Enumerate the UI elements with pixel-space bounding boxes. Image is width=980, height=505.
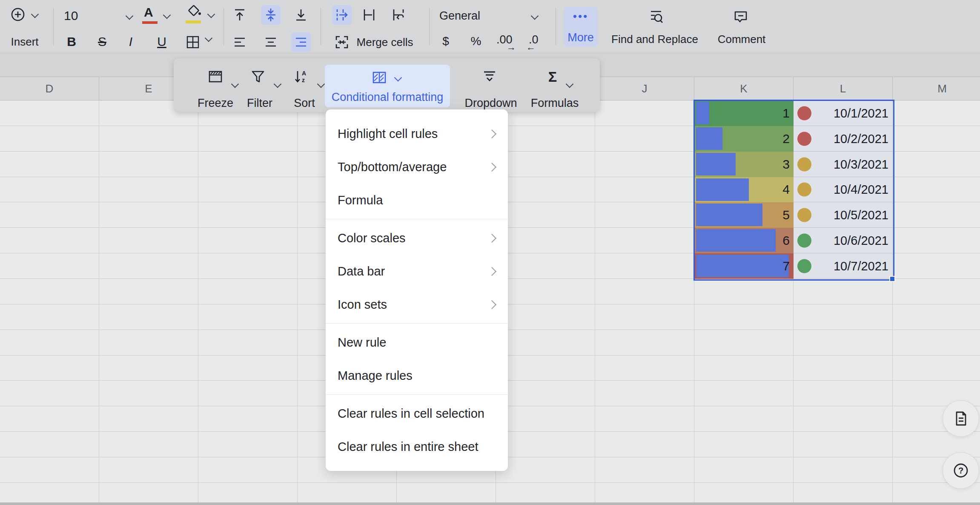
valign-bottom-button[interactable] <box>294 8 308 22</box>
merge-cells-icon <box>335 35 349 49</box>
text-color-chevron-icon <box>163 11 171 19</box>
comment-button[interactable]: Comment <box>712 5 771 49</box>
submenu-chevron-icon <box>487 129 496 138</box>
conditional-formatting-icon <box>372 71 387 84</box>
dropdown-button[interactable]: Dropdown <box>463 65 519 107</box>
fill-color-swatch <box>186 20 201 23</box>
bold-button[interactable]: B <box>67 34 76 49</box>
borders-button[interactable] <box>186 35 200 49</box>
freeze-icon <box>208 69 223 84</box>
freeze-button[interactable]: Freeze <box>191 65 242 107</box>
valign-middle-button[interactable] <box>264 8 278 22</box>
menu-item-label: Color scales <box>338 231 406 245</box>
menu-item-label: Formula <box>338 193 383 207</box>
font-size-value: 10 <box>64 9 78 23</box>
merge-cells-button[interactable]: Merge cells <box>332 32 421 52</box>
doc-info-button[interactable] <box>943 400 979 437</box>
font-size-select[interactable]: 10 <box>60 5 136 26</box>
formulas-sigma-icon: Σ <box>548 69 557 85</box>
submenu-chevron-icon <box>487 267 496 275</box>
menu-item-label: New rule <box>338 336 386 350</box>
italic-button[interactable]: I <box>129 34 132 49</box>
formulas-button[interactable]: Σ Formulas <box>527 65 587 107</box>
number-format-value: General <box>439 9 480 23</box>
menu-item-clear-rules-in-cell-selection[interactable]: Clear rules in cell selection <box>326 397 508 430</box>
freeze-chevron-icon <box>231 80 239 88</box>
menu-item-label: Data bar <box>338 264 385 278</box>
menu-divider <box>326 323 508 324</box>
halign-right-button[interactable] <box>294 35 308 49</box>
toolbar-separator <box>556 8 556 45</box>
text-clip-button[interactable] <box>362 8 376 22</box>
text-overflow-button[interactable] <box>335 8 349 22</box>
borders-chevron-icon <box>205 34 212 42</box>
toolbar-separator <box>321 8 321 45</box>
conditional-formatting-menu: Highlight cell rulesTop/bottom/averageFo… <box>326 109 508 471</box>
text-color-button[interactable]: A <box>140 4 175 27</box>
percent-button[interactable]: % <box>471 34 481 48</box>
conditional-formatting-button[interactable]: Conditional formatting <box>325 65 450 107</box>
font-size-chevron-icon <box>126 12 133 20</box>
sort-chevron-icon <box>317 80 325 88</box>
menu-divider <box>326 219 508 219</box>
submenu-chevron-icon <box>487 233 496 242</box>
menu-item-icon-sets[interactable]: Icon sets <box>326 288 508 321</box>
menu-item-clear-rules-in-entire-sheet[interactable]: Clear rules in entire sheet <box>326 430 508 463</box>
menu-item-top-bottom-average[interactable]: Top/bottom/average <box>326 150 508 184</box>
more-button[interactable]: ••• More <box>564 7 597 47</box>
toolbar-separator <box>429 8 430 45</box>
more-label: More <box>567 31 594 44</box>
conditional-formatting-label: Conditional formatting <box>332 91 444 104</box>
sort-button[interactable]: Az Sort <box>285 65 328 107</box>
menu-item-label: Highlight cell rules <box>338 127 438 141</box>
column-header-D[interactable]: D <box>0 77 99 100</box>
menu-item-label: Manage rules <box>338 369 413 383</box>
column-header-M[interactable]: M <box>893 77 980 100</box>
conditional-formatting-chevron-icon <box>394 74 402 81</box>
column-header-L[interactable]: L <box>794 77 893 100</box>
insert-label: Insert <box>11 35 38 49</box>
filter-icon <box>250 69 266 84</box>
underline-button[interactable]: U <box>157 34 166 49</box>
toolbar-separator <box>53 8 54 45</box>
filter-label: Filter <box>247 97 272 110</box>
selection-fill-handle[interactable] <box>889 276 895 282</box>
document-icon <box>953 410 969 427</box>
menu-item-color-scales[interactable]: Color scales <box>326 221 508 255</box>
find-replace-icon <box>648 9 665 26</box>
text-wrap-button[interactable] <box>391 8 406 22</box>
text-color-icon: A <box>144 5 153 20</box>
halign-center-button[interactable] <box>264 35 278 49</box>
menu-item-label: Icon sets <box>338 298 387 312</box>
menu-item-manage-rules[interactable]: Manage rules <box>326 359 508 392</box>
formulas-chevron-icon <box>566 80 573 88</box>
valign-top-button[interactable] <box>232 8 247 22</box>
currency-button[interactable]: $ <box>442 34 449 48</box>
insert-plus-icon <box>9 6 26 23</box>
menu-item-data-bar[interactable]: Data bar <box>326 255 508 288</box>
help-button[interactable]: ? <box>943 452 979 489</box>
menu-item-formula[interactable]: Formula <box>326 184 508 217</box>
fill-color-button[interactable] <box>183 3 219 27</box>
insert-button[interactable]: Insert <box>5 3 48 49</box>
submenu-chevron-icon <box>487 162 496 171</box>
number-format-select[interactable]: General <box>435 5 542 26</box>
find-replace-button[interactable]: Find and Replace <box>607 5 705 49</box>
halign-left-button[interactable] <box>232 35 247 49</box>
menu-divider <box>326 394 508 395</box>
increase-decimal-button[interactable]: .00 → <box>494 32 521 52</box>
menu-item-highlight-cell-rules[interactable]: Highlight cell rules <box>326 117 508 150</box>
decrease-decimal-button[interactable]: .0 ← <box>524 32 548 52</box>
strikethrough-button[interactable]: S <box>98 34 106 49</box>
menu-item-label: Clear rules in cell selection <box>338 407 484 421</box>
insert-chevron-icon <box>31 10 39 18</box>
column-header-K[interactable]: K <box>694 77 794 100</box>
column-header-J[interactable]: J <box>595 77 694 100</box>
svg-text:A: A <box>302 70 306 77</box>
menu-item-new-rule[interactable]: New rule <box>326 326 508 359</box>
filter-chevron-icon <box>274 80 281 88</box>
menu-item-label: Top/bottom/average <box>338 160 447 174</box>
freeze-label: Freeze <box>198 97 233 110</box>
formulas-label: Formulas <box>531 97 579 110</box>
filter-button[interactable]: Filter <box>238 65 285 107</box>
